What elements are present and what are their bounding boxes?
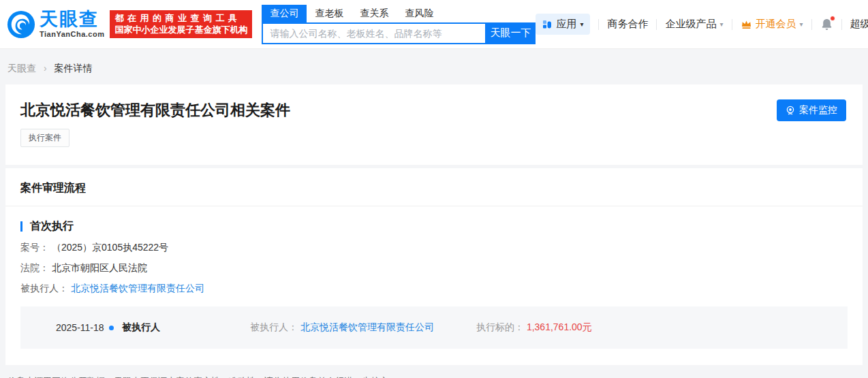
case-fields: 案号： （2025）京0105执45222号 法院： 北京市朝阳区人民法院 被执… bbox=[5, 240, 863, 295]
field-label: 案号： bbox=[20, 242, 49, 253]
search-input[interactable] bbox=[262, 22, 485, 44]
nav-business-label: 商务合作 bbox=[607, 18, 648, 31]
timeline-amount: 执行标的： 1,361,761.00元 bbox=[476, 321, 592, 334]
timeline-date: 2025-11-18 bbox=[56, 322, 109, 333]
notifications-bell[interactable] bbox=[820, 18, 833, 31]
timeline-amount-value: 1,361,761.00元 bbox=[527, 321, 592, 332]
breadcrumb: 天眼查 › 案件详情 bbox=[0, 49, 868, 84]
tianyancha-logo-icon bbox=[7, 10, 35, 39]
promo-banner: 都在用的商业查询工具 国家中小企业发展子基金旗下机构 bbox=[110, 10, 252, 38]
stage-title: 首次执行 bbox=[30, 219, 74, 234]
tianyancha-logo[interactable]: 天眼查 TianYanCha.com bbox=[7, 10, 104, 39]
nav-apps[interactable]: 应用 ▾ bbox=[536, 14, 590, 35]
tab-company[interactable]: 查公司 bbox=[262, 5, 307, 22]
field-label: 法院： bbox=[20, 262, 49, 273]
timeline-title: 被执行人 bbox=[122, 321, 250, 334]
crown-icon bbox=[741, 19, 752, 29]
timeline-party-label: 被执行人： bbox=[250, 321, 298, 332]
search-block: 查公司 查老板 查关系 查风险 天眼一下 bbox=[262, 5, 536, 44]
top-header: 天眼查 TianYanCha.com 都在用的商业查询工具 国家中小企业发展子基… bbox=[0, 0, 868, 49]
field-court: 法院： 北京市朝阳区人民法院 bbox=[20, 261, 848, 274]
timeline-party-link[interactable]: 北京悦活餐饮管理有限责任公司 bbox=[300, 321, 434, 332]
header-nav: 应用 ▾ 商务合作 企业级产品 ▾ 开通会员 ▾ bbox=[536, 14, 868, 35]
chevron-down-icon: ▾ bbox=[719, 20, 723, 28]
promo-banner-line1: 都在用的商业查询工具 bbox=[114, 12, 247, 24]
executed-party-link[interactable]: 北京悦活餐饮管理有限责任公司 bbox=[71, 283, 204, 294]
case-flow-card: 案件审理流程 首次执行 案号： （2025）京0105执45222号 法院： 北… bbox=[5, 168, 863, 365]
chevron-down-icon: ▾ bbox=[580, 20, 583, 28]
field-executed-party: 被执行人： 北京悦活餐饮管理有限责任公司 bbox=[20, 281, 848, 295]
timeline-dot bbox=[109, 326, 114, 330]
timeline-entry: 2025-11-18 被执行人 被执行人： 北京悦活餐饮管理有限责任公司 执行标… bbox=[20, 306, 848, 349]
nav-divider bbox=[841, 19, 842, 30]
page-title: 北京悦活餐饮管理有限责任公司相关案件 bbox=[20, 101, 848, 120]
promo-banner-line2: 国家中小企业发展子基金旗下机构 bbox=[114, 24, 247, 35]
nav-divider bbox=[598, 19, 599, 30]
nav-enterprise-label: 企业级产品 bbox=[665, 18, 716, 31]
stage-header: 首次执行 bbox=[20, 219, 848, 234]
timeline-amount-label: 执行标的： bbox=[476, 321, 524, 332]
chevron-down-icon: ▾ bbox=[800, 20, 803, 28]
tab-risk[interactable]: 查风险 bbox=[397, 5, 441, 22]
case-monitor-button[interactable]: 案件监控 bbox=[777, 99, 846, 121]
nav-divider bbox=[811, 19, 812, 30]
nav-enterprise[interactable]: 企业级产品 ▾ bbox=[665, 18, 723, 31]
brand-name: 天眼查 bbox=[40, 10, 104, 29]
nav-super-risk[interactable]: 超级风... ▾ bbox=[850, 18, 868, 31]
nav-business[interactable]: 商务合作 bbox=[607, 18, 648, 31]
monitor-camera-icon bbox=[786, 106, 795, 115]
nav-vip[interactable]: 开通会员 ▾ bbox=[741, 18, 803, 31]
nav-apps-label: 应用 bbox=[556, 18, 576, 31]
notification-dot bbox=[830, 16, 835, 21]
page-footer: 信息来源于网络公开数据，天眼查不保证内容的真实性、准确性，请你使用信息前自行进一… bbox=[0, 365, 868, 378]
breadcrumb-current: 案件详情 bbox=[54, 63, 92, 74]
field-case-number: 案号： （2025）京0105执45222号 bbox=[20, 240, 848, 254]
stage-accent-bar bbox=[20, 221, 22, 232]
breadcrumb-separator: › bbox=[44, 63, 47, 74]
field-value: （2025）京0105执45222号 bbox=[52, 242, 168, 253]
nav-vip-label: 开通会员 bbox=[756, 18, 796, 31]
tab-relation[interactable]: 查关系 bbox=[352, 5, 397, 22]
case-type-tag[interactable]: 执行案件 bbox=[20, 129, 69, 147]
section-title: 案件审理流程 bbox=[5, 168, 863, 206]
tab-boss[interactable]: 查老板 bbox=[307, 5, 352, 22]
case-title-card: 北京悦活餐饮管理有限责任公司相关案件 执行案件 案件监控 bbox=[5, 84, 863, 165]
brand-domain: TianYanCha.com bbox=[40, 31, 104, 38]
case-monitor-label: 案件监控 bbox=[799, 104, 837, 116]
nav-super-risk-label: 超级风... bbox=[850, 18, 868, 31]
search-tabs: 查公司 查老板 查关系 查风险 bbox=[262, 5, 536, 22]
search-button[interactable]: 天眼一下 bbox=[485, 22, 536, 44]
nav-divider bbox=[732, 19, 732, 30]
apps-grid-icon bbox=[542, 19, 553, 29]
field-label: 被执行人： bbox=[20, 283, 68, 294]
breadcrumb-home-link[interactable]: 天眼查 bbox=[7, 63, 36, 74]
field-value: 北京市朝阳区人民法院 bbox=[52, 262, 147, 273]
nav-divider bbox=[656, 19, 657, 30]
timeline-party: 被执行人： 北京悦活餐饮管理有限责任公司 bbox=[250, 321, 476, 334]
